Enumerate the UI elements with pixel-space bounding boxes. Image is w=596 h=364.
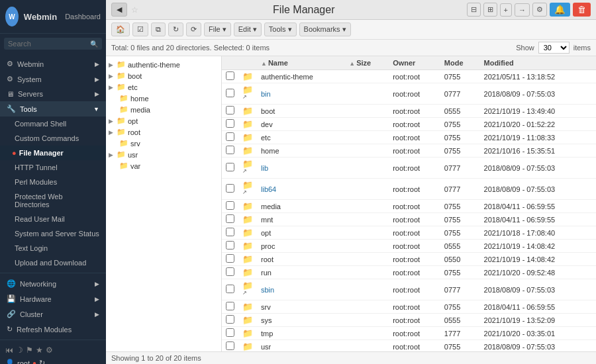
table-row[interactable]: 📁 sys root:root 0555 2021/10/19 - 13:52:… <box>222 314 596 327</box>
checkall-button[interactable]: ☑ <box>132 23 148 36</box>
file-name[interactable]: srv <box>257 300 345 314</box>
row-checkbox[interactable] <box>226 132 234 141</box>
sidebar-item-tools[interactable]: 🔧 Tools ▼ <box>0 101 106 116</box>
table-row[interactable]: 📁 etc root:root 0755 2021/10/19 - 11:08:… <box>222 131 596 144</box>
tree-item[interactable]: ▶ 📁 etc <box>106 81 221 93</box>
show-select[interactable]: 30 50 100 <box>538 42 570 54</box>
reload-button[interactable]: ⟳ <box>186 23 201 36</box>
sync-icon[interactable]: ↻ <box>39 359 45 364</box>
sidebar-item-system[interactable]: ⚙ System ▶ <box>0 71 106 87</box>
search-input[interactable] <box>8 40 89 48</box>
back-button[interactable]: ◀ <box>111 3 127 17</box>
row-checkbox[interactable] <box>226 89 234 97</box>
row-checkbox[interactable] <box>226 214 234 223</box>
sidebar-item-cluster[interactable]: 🔗 Cluster ▶ <box>0 306 106 322</box>
sidebar-item-hardware[interactable]: 💾 Hardware ▶ <box>0 291 106 306</box>
row-checkbox[interactable] <box>226 254 234 263</box>
file-name[interactable]: boot <box>257 105 345 118</box>
table-row[interactable]: 📁 boot root:root 0555 2021/10/19 - 13:49… <box>222 105 596 118</box>
sidebar-search[interactable]: 🔍 <box>4 38 102 50</box>
table-row[interactable]: 📁 media root:root 0755 2018/04/11 - 06:5… <box>222 200 596 213</box>
grid-button[interactable]: ⊞ <box>483 3 497 17</box>
flag-icon[interactable]: ⚑ <box>26 345 33 355</box>
trash-button[interactable]: 🗑 <box>573 3 591 17</box>
file-name[interactable]: run <box>257 266 345 279</box>
file-name[interactable]: dev <box>257 118 345 131</box>
dashboard-link[interactable]: Dashboard <box>62 13 101 21</box>
arrow-button[interactable]: → <box>515 3 530 17</box>
table-row[interactable]: 📁 usr root:root 0755 2018/08/09 - 07:55:… <box>222 340 596 352</box>
edit-menu[interactable]: Edit ▾ <box>234 23 262 36</box>
tree-item[interactable]: ▶ 📁 usr <box>106 149 221 160</box>
home-button[interactable]: 🏠 <box>111 23 130 36</box>
row-checkbox[interactable] <box>226 184 234 193</box>
table-row[interactable]: 📁 tmp root:root 1777 2021/10/20 - 03:35:… <box>222 327 596 340</box>
copy-button[interactable]: ⧉ <box>151 23 166 36</box>
file-name[interactable]: sys <box>257 314 345 327</box>
gear-icon[interactable]: ⚙ <box>46 345 53 355</box>
table-row[interactable]: 📁 proc root:root 0555 2021/10/19 - 14:08… <box>222 240 596 253</box>
file-name[interactable]: opt <box>257 226 345 240</box>
col-mode[interactable]: Mode <box>440 56 480 70</box>
file-name[interactable]: lib64 <box>257 179 345 200</box>
sidebar-item-upload-download[interactable]: Upload and Download <box>0 255 106 270</box>
sidebar-item-read-user-mail[interactable]: Read User Mail <box>0 212 106 226</box>
first-icon[interactable]: ⏮ <box>5 345 13 355</box>
row-checkbox[interactable] <box>226 328 234 337</box>
file-name[interactable]: media <box>257 200 345 213</box>
tree-item[interactable]: ▶ 📁 opt <box>106 115 221 126</box>
tree-item[interactable]: ▶ 📁 root <box>106 126 221 138</box>
tree-item[interactable]: 📁 var <box>106 160 221 171</box>
col-size[interactable]: ▲Size <box>345 56 389 70</box>
file-name[interactable]: root <box>257 253 345 266</box>
col-modified[interactable]: Modified <box>480 56 596 70</box>
file-menu[interactable]: File ▾ <box>204 23 231 36</box>
star-icon[interactable]: ☆ <box>131 5 138 15</box>
file-name[interactable]: usr <box>257 340 345 352</box>
add-button[interactable]: + <box>500 3 512 17</box>
table-row[interactable]: 📁 opt root:root 0755 2021/10/18 - 17:08:… <box>222 226 596 240</box>
file-name[interactable]: lib <box>257 158 345 179</box>
table-row[interactable]: 📁 run root:root 0755 2021/10/20 - 09:52:… <box>222 266 596 279</box>
sidebar-item-perl-modules[interactable]: Perl Modules <box>0 175 106 189</box>
row-checkbox[interactable] <box>226 302 234 310</box>
sidebar-item-command-shell[interactable]: Command Shell <box>0 116 106 131</box>
sidebar-item-file-manager[interactable]: ● File Manager <box>0 146 106 160</box>
table-row[interactable]: 📁 root root:root 0550 2021/10/19 - 14:08… <box>222 253 596 266</box>
row-checkbox[interactable] <box>226 241 234 250</box>
sidebar-item-webmin[interactable]: ⚙ Webmin ▶ <box>0 56 106 71</box>
file-name[interactable]: authentic-theme <box>257 70 345 83</box>
file-name[interactable]: proc <box>257 240 345 253</box>
file-name[interactable]: mnt <box>257 213 345 226</box>
tree-item[interactable]: 📁 media <box>106 104 221 115</box>
row-checkbox[interactable] <box>226 315 234 324</box>
table-row[interactable]: 📁 mnt root:root 0755 2018/04/11 - 06:59:… <box>222 213 596 226</box>
sidebar-item-refresh-modules[interactable]: ↻ Refresh Modules <box>0 322 106 337</box>
table-row[interactable]: 📁 srv root:root 0755 2018/04/11 - 06:59:… <box>222 300 596 314</box>
table-row[interactable]: 📁 ↗ sbin root:root 0777 2018/08/09 - 07:… <box>222 279 596 300</box>
col-owner[interactable]: Owner <box>389 56 440 70</box>
filter-button[interactable]: ⊟ <box>467 3 481 17</box>
sidebar-item-system-server-status[interactable]: System and Server Status <box>0 226 106 241</box>
file-name[interactable]: sbin <box>257 279 345 300</box>
row-checkbox[interactable] <box>226 341 234 350</box>
table-row[interactable]: 📁 dev root:root 0755 2021/10/20 - 01:52:… <box>222 118 596 131</box>
file-name[interactable]: tmp <box>257 327 345 340</box>
row-checkbox[interactable] <box>226 146 234 154</box>
sidebar-item-custom-commands[interactable]: Custom Commands <box>0 131 106 146</box>
table-row[interactable]: 📁 ↗ lib root:root 0777 2018/08/09 - 07:5… <box>222 158 596 179</box>
row-checkbox[interactable] <box>226 228 234 236</box>
sidebar-item-networking[interactable]: 🌐 Networking ▶ <box>0 276 106 291</box>
file-name[interactable]: home <box>257 144 345 158</box>
refresh-button[interactable]: ↻ <box>168 23 183 36</box>
table-row[interactable]: 📁 ↗ bin root:root 0777 2018/08/09 - 07:5… <box>222 83 596 105</box>
sidebar-item-text-login[interactable]: Text Login <box>0 241 106 255</box>
col-name[interactable]: ▲Name <box>257 56 345 70</box>
bookmarks-menu[interactable]: Bookmarks ▾ <box>299 23 351 36</box>
row-checkbox[interactable] <box>226 106 234 114</box>
row-checkbox[interactable] <box>226 163 234 171</box>
tree-item[interactable]: ▶ 📁 authentic-theme <box>106 59 221 70</box>
tree-item[interactable]: ▶ 📁 boot <box>106 70 221 81</box>
tree-item[interactable]: 📁 srv <box>106 138 221 149</box>
settings-button[interactable]: ⚙ <box>532 3 547 17</box>
